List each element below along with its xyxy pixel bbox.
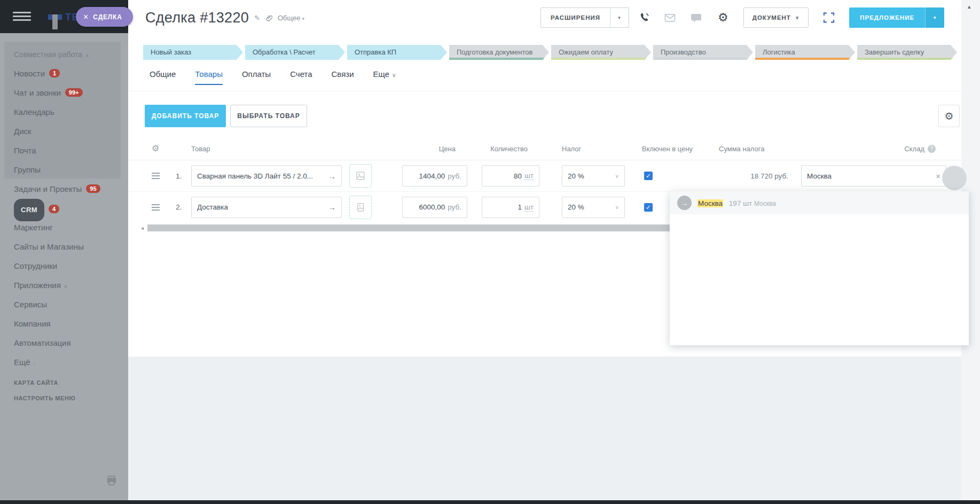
sidebar-item-disk[interactable]: Диск [0, 122, 128, 141]
proposal-button[interactable]: ПРЕДЛОЖЕНИЕ ▾ [849, 7, 944, 28]
price-input[interactable]: 6000,00 руб. [402, 197, 467, 218]
extensions-caret[interactable]: ▾ [610, 7, 629, 28]
sidebar-item-marketing[interactable]: Маркетинг [0, 218, 128, 237]
bottom-edge-bar [0, 500, 980, 504]
drag-handle-icon[interactable] [152, 171, 160, 181]
table-header: ⚙ Товар Цена Количество Налог Включен в … [128, 137, 961, 160]
column-tax-included: Включен в цену [642, 137, 717, 160]
app-root: ТЕХ × СДЕЛКА Совместная работа∧ Новости1… [0, 0, 980, 504]
column-qty: Количество [482, 137, 539, 160]
column-product: Товар [191, 137, 342, 160]
tab-more[interactable]: Еще∨ [373, 69, 396, 85]
select-product-button[interactable]: ВЫБРАТЬ ТОВАР [230, 105, 307, 127]
slider-lower-background [128, 356, 961, 504]
tab-payments[interactable]: Оплаты [242, 69, 271, 85]
edit-title-icon[interactable]: ✎ [254, 14, 260, 22]
product-name-input[interactable]: Доставка → [191, 197, 342, 218]
tax-select[interactable]: 20 % ∨ [562, 197, 625, 218]
sidebar-item-chat-calls[interactable]: Чат и звонки99+ [0, 83, 128, 103]
product-image-placeholder[interactable] [349, 196, 372, 219]
stage-send-offer[interactable]: Отправка КП [347, 45, 447, 60]
chevron-down-icon: ∨ [64, 284, 68, 289]
tax-included-checkbox[interactable]: ✓ [644, 203, 653, 212]
extensions-label: РАСШИРЕНИЯ [540, 7, 610, 28]
gear-icon: ⚙ [944, 111, 953, 121]
mail-icon[interactable] [664, 13, 676, 22]
extensions-button[interactable]: РАСШИРЕНИЯ ▾ [540, 7, 629, 28]
fullscreen-icon[interactable] [822, 11, 835, 24]
store-option-subtitle: Москва [754, 200, 776, 207]
chat-badge: 99+ [65, 88, 83, 97]
category-selector[interactable]: Общее▾ [278, 14, 304, 22]
product-image-placeholder[interactable] [349, 164, 372, 188]
stage-processing[interactable]: Обработка \ Расчет [245, 45, 345, 60]
printer-icon[interactable] [106, 475, 117, 486]
stage-production[interactable]: Производство [653, 45, 753, 60]
sidebar-group-header[interactable]: Совместная работа∧ [0, 45, 128, 64]
drag-handle-icon[interactable] [152, 203, 160, 212]
tab-relations[interactable]: Связи [332, 69, 354, 85]
sitemap-link[interactable]: КАРТА САЙТА [14, 379, 76, 386]
sidebar-item-groups[interactable]: Группы [0, 160, 128, 180]
sidebar-item-more[interactable]: Ещё- [0, 353, 128, 372]
tax-included-checkbox[interactable]: ✓ [644, 172, 653, 180]
logo-mark-2 [52, 14, 58, 29]
sidebar: Совместная работа∧ Новости1 Чат и звонки… [0, 33, 128, 500]
stage-new-order[interactable]: Новый заказ [143, 45, 243, 60]
store-option-moscow[interactable]: → Москва 197 шт Москва [670, 191, 969, 214]
configure-menu-link[interactable]: НАСТРОИТЬ МЕНЮ [14, 395, 76, 401]
link-icon[interactable] [265, 14, 272, 22]
columns-gear-icon[interactable]: ⚙ [152, 137, 159, 160]
quantity-input[interactable]: 1 шт [482, 197, 539, 218]
side-panel-circle-button[interactable] [942, 166, 967, 190]
add-product-button[interactable]: ДОБАВИТЬ ТОВАР [145, 105, 226, 127]
stage-documents[interactable]: Подготовка документов [449, 45, 549, 60]
quantity-input[interactable]: 80 шт [482, 165, 539, 187]
unit-selector[interactable]: шт [524, 172, 534, 180]
store-search-input[interactable]: Москва × [801, 165, 946, 187]
proposal-label: ПРЕДЛОЖЕНИЕ [849, 7, 925, 28]
tab-general[interactable]: Общие [150, 69, 176, 85]
sidebar-item-services[interactable]: Сервисы [0, 295, 128, 314]
table-settings-button[interactable]: ⚙ [938, 105, 960, 127]
product-name-input[interactable]: Сварная панель 3D Лайт 55 / 2.0... → [191, 165, 342, 187]
stage-awaiting-payment[interactable]: Ожидаем оплату [551, 45, 651, 60]
sidebar-item-apps[interactable]: Приложения∨ [0, 276, 128, 295]
row-number: 2. [168, 192, 182, 222]
column-price: Цена [402, 137, 467, 160]
sidebar-item-company[interactable]: Компания [0, 314, 128, 334]
chevron-down-icon: ∨ [615, 173, 619, 179]
unit-selector[interactable]: шт [524, 203, 534, 212]
tab-invoices[interactable]: Счета [290, 69, 312, 85]
sidebar-item-news[interactable]: Новости1 [0, 64, 128, 83]
sidebar-item-calendar[interactable]: Календарь [0, 103, 128, 122]
sidebar-item-tasks[interactable]: Задачи и Проекты95 [0, 180, 128, 199]
proposal-caret[interactable]: ▾ [925, 7, 944, 28]
chat-icon[interactable] [691, 13, 702, 23]
scroll-left-icon[interactable]: ◂ [141, 225, 144, 231]
sidebar-item-automation[interactable]: Автоматизация [0, 334, 128, 353]
menu-icon[interactable] [13, 12, 31, 21]
sidebar-item-employees[interactable]: Сотрудники [0, 257, 128, 276]
slider-close-button[interactable]: × СДЕЛКА [76, 7, 133, 27]
row-number: 1. [168, 160, 182, 191]
open-product-icon[interactable]: → [328, 203, 336, 212]
sidebar-item-sites[interactable]: Сайты и Магазины [0, 237, 128, 257]
stage-close-deal[interactable]: Завершить сделку [857, 45, 957, 60]
help-icon[interactable]: ? [928, 145, 936, 153]
stage-logistics[interactable]: Логистика [755, 45, 855, 60]
slider-close-label: СДЕЛКА [93, 13, 122, 21]
scroll-up-icon[interactable]: ▴ [968, 3, 971, 10]
news-badge: 1 [49, 69, 60, 77]
sidebar-item-crm[interactable]: CRM4 [0, 199, 128, 218]
sidebar-item-mail[interactable]: Почта [0, 141, 128, 160]
clear-icon[interactable]: × [936, 172, 940, 181]
open-product-icon[interactable]: → [328, 172, 336, 181]
phone-icon[interactable] [639, 12, 650, 24]
tax-select[interactable]: 20 % ∨ [562, 165, 625, 187]
store-option-qty: 197 шт [729, 199, 752, 207]
document-button[interactable]: ДОКУМЕНТ ∨ [743, 7, 809, 28]
tab-products[interactable]: Товары [195, 69, 223, 85]
settings-gear-icon[interactable]: ⚙ [718, 12, 728, 24]
price-input[interactable]: 1404,00 руб. [402, 165, 467, 187]
